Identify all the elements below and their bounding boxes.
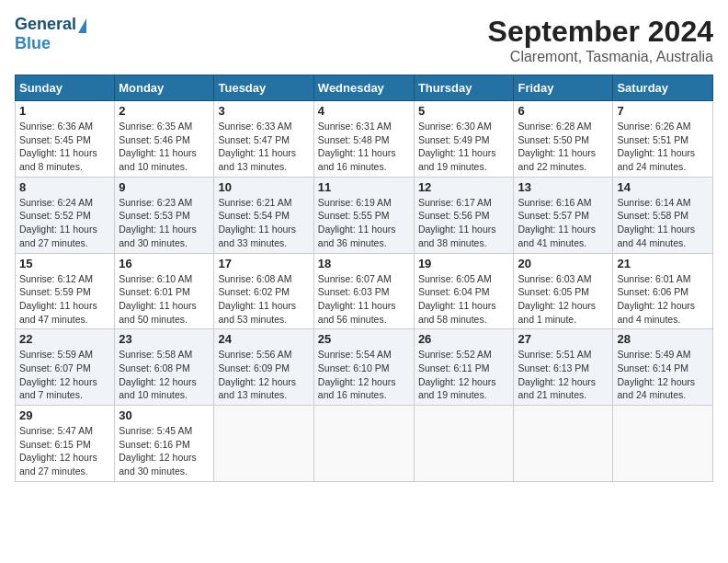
day-number: 21: [617, 257, 709, 270]
day-info: Sunrise: 6:16 AM Sunset: 5:57 PM Dayligh…: [518, 196, 609, 250]
calendar-cell: 19Sunrise: 6:05 AM Sunset: 6:04 PM Dayli…: [414, 253, 514, 329]
calendar-cell: 1Sunrise: 6:36 AM Sunset: 5:45 PM Daylig…: [16, 101, 115, 178]
day-number: 2: [119, 104, 210, 118]
day-info: Sunrise: 6:24 AM Sunset: 5:52 PM Dayligh…: [19, 196, 110, 250]
day-number: 15: [19, 257, 110, 270]
calendar-cell: 11Sunrise: 6:19 AM Sunset: 5:55 PM Dayli…: [313, 177, 414, 253]
calendar-week-2: 8Sunrise: 6:24 AM Sunset: 5:52 PM Daylig…: [16, 177, 713, 253]
day-number: 10: [218, 180, 309, 194]
calendar-cell: 23Sunrise: 5:58 AM Sunset: 6:08 PM Dayli…: [115, 329, 214, 406]
day-info: Sunrise: 5:51 AM Sunset: 6:13 PM Dayligh…: [518, 348, 609, 402]
day-info: Sunrise: 5:56 AM Sunset: 6:09 PM Dayligh…: [218, 348, 309, 402]
calendar-cell: 15Sunrise: 6:12 AM Sunset: 5:59 PM Dayli…: [16, 253, 115, 329]
day-number: 19: [418, 257, 510, 270]
calendar-cell: 18Sunrise: 6:07 AM Sunset: 6:03 PM Dayli…: [313, 253, 414, 329]
day-number: 28: [617, 332, 709, 346]
day-number: 18: [318, 257, 410, 270]
day-number: 13: [518, 180, 609, 194]
calendar-cell: 26Sunrise: 5:52 AM Sunset: 6:11 PM Dayli…: [414, 329, 514, 406]
day-number: 11: [318, 180, 410, 194]
calendar-cell: 7Sunrise: 6:26 AM Sunset: 5:51 PM Daylig…: [613, 101, 713, 178]
day-info: Sunrise: 6:26 AM Sunset: 5:51 PM Dayligh…: [617, 120, 709, 174]
calendar-cell: 2Sunrise: 6:35 AM Sunset: 5:46 PM Daylig…: [115, 101, 214, 178]
day-info: Sunrise: 6:33 AM Sunset: 5:47 PM Dayligh…: [218, 120, 309, 174]
weekday-header-monday: Monday: [115, 75, 214, 101]
weekday-header-wednesday: Wednesday: [313, 75, 414, 101]
calendar-body: 1Sunrise: 6:36 AM Sunset: 5:45 PM Daylig…: [16, 101, 713, 482]
day-info: Sunrise: 5:54 AM Sunset: 6:10 PM Dayligh…: [318, 348, 410, 402]
day-number: 6: [518, 104, 609, 118]
logo-triangle-icon: [78, 18, 86, 33]
calendar-cell: 16Sunrise: 6:10 AM Sunset: 6:01 PM Dayli…: [115, 253, 214, 329]
weekday-header-friday: Friday: [514, 75, 613, 101]
day-number: 3: [218, 104, 309, 118]
day-info: Sunrise: 6:07 AM Sunset: 6:03 PM Dayligh…: [318, 272, 410, 327]
calendar-cell: [514, 406, 613, 482]
calendar-cell: 22Sunrise: 5:59 AM Sunset: 6:07 PM Dayli…: [16, 329, 115, 406]
logo: General Blue: [15, 15, 86, 53]
day-number: 4: [318, 104, 410, 118]
day-number: 5: [418, 104, 510, 118]
calendar-cell: 25Sunrise: 5:54 AM Sunset: 6:10 PM Dayli…: [313, 329, 414, 406]
day-info: Sunrise: 6:23 AM Sunset: 5:53 PM Dayligh…: [119, 196, 210, 250]
calendar-cell: 24Sunrise: 5:56 AM Sunset: 6:09 PM Dayli…: [214, 329, 313, 406]
day-info: Sunrise: 6:05 AM Sunset: 6:04 PM Dayligh…: [418, 272, 510, 327]
day-info: Sunrise: 6:19 AM Sunset: 5:55 PM Dayligh…: [318, 196, 410, 250]
day-number: 7: [617, 104, 709, 118]
day-info: Sunrise: 6:28 AM Sunset: 5:50 PM Dayligh…: [518, 120, 609, 174]
weekday-header-saturday: Saturday: [613, 75, 713, 101]
day-number: 23: [119, 332, 210, 346]
calendar-cell: 3Sunrise: 6:33 AM Sunset: 5:47 PM Daylig…: [214, 101, 313, 178]
day-info: Sunrise: 6:21 AM Sunset: 5:54 PM Dayligh…: [218, 196, 309, 250]
calendar-week-1: 1Sunrise: 6:36 AM Sunset: 5:45 PM Daylig…: [16, 101, 713, 178]
calendar-cell: [613, 406, 713, 482]
day-number: 14: [617, 180, 709, 194]
day-info: Sunrise: 5:58 AM Sunset: 6:08 PM Dayligh…: [119, 348, 210, 402]
day-info: Sunrise: 6:36 AM Sunset: 5:45 PM Dayligh…: [19, 120, 110, 174]
day-number: 9: [119, 180, 210, 194]
day-number: 1: [19, 104, 110, 118]
day-info: Sunrise: 5:47 AM Sunset: 6:15 PM Dayligh…: [19, 424, 110, 478]
calendar-cell: 17Sunrise: 6:08 AM Sunset: 6:02 PM Dayli…: [214, 253, 313, 329]
calendar-cell: [214, 406, 313, 482]
day-info: Sunrise: 6:12 AM Sunset: 5:59 PM Dayligh…: [19, 272, 110, 327]
day-number: 24: [218, 332, 309, 346]
day-info: Sunrise: 6:35 AM Sunset: 5:46 PM Dayligh…: [119, 120, 210, 174]
day-info: Sunrise: 6:31 AM Sunset: 5:48 PM Dayligh…: [318, 120, 410, 174]
day-info: Sunrise: 5:49 AM Sunset: 6:14 PM Dayligh…: [617, 348, 709, 402]
calendar-table: SundayMondayTuesdayWednesdayThursdayFrid…: [15, 75, 713, 482]
day-number: 29: [19, 408, 110, 422]
page-title: September 2024: [488, 15, 713, 49]
day-number: 12: [418, 180, 510, 194]
calendar-cell: [313, 406, 414, 482]
calendar-cell: 8Sunrise: 6:24 AM Sunset: 5:52 PM Daylig…: [16, 177, 115, 253]
day-info: Sunrise: 6:30 AM Sunset: 5:49 PM Dayligh…: [418, 120, 510, 174]
calendar-cell: 14Sunrise: 6:14 AM Sunset: 5:58 PM Dayli…: [613, 177, 713, 253]
logo-general: General: [15, 15, 76, 34]
calendar-cell: 29Sunrise: 5:47 AM Sunset: 6:15 PM Dayli…: [16, 406, 115, 482]
day-number: 16: [119, 257, 210, 270]
day-info: Sunrise: 6:01 AM Sunset: 6:06 PM Dayligh…: [617, 272, 709, 327]
day-number: 30: [119, 408, 210, 422]
day-info: Sunrise: 6:17 AM Sunset: 5:56 PM Dayligh…: [418, 196, 510, 250]
calendar-cell: 21Sunrise: 6:01 AM Sunset: 6:06 PM Dayli…: [613, 253, 713, 329]
day-info: Sunrise: 5:52 AM Sunset: 6:11 PM Dayligh…: [418, 348, 510, 402]
calendar-cell: 4Sunrise: 6:31 AM Sunset: 5:48 PM Daylig…: [313, 101, 414, 178]
calendar-cell: 10Sunrise: 6:21 AM Sunset: 5:54 PM Dayli…: [214, 177, 313, 253]
day-info: Sunrise: 6:03 AM Sunset: 6:05 PM Dayligh…: [518, 272, 609, 327]
day-number: 20: [518, 257, 609, 270]
calendar-week-3: 15Sunrise: 6:12 AM Sunset: 5:59 PM Dayli…: [16, 253, 713, 329]
calendar-header-row: SundayMondayTuesdayWednesdayThursdayFrid…: [16, 75, 713, 101]
calendar-cell: 27Sunrise: 5:51 AM Sunset: 6:13 PM Dayli…: [514, 329, 613, 406]
calendar-cell: 5Sunrise: 6:30 AM Sunset: 5:49 PM Daylig…: [414, 101, 514, 178]
day-info: Sunrise: 5:45 AM Sunset: 6:16 PM Dayligh…: [119, 424, 210, 478]
calendar-cell: [414, 406, 514, 482]
day-info: Sunrise: 6:14 AM Sunset: 5:58 PM Dayligh…: [617, 196, 709, 250]
calendar-cell: 9Sunrise: 6:23 AM Sunset: 5:53 PM Daylig…: [115, 177, 214, 253]
calendar-week-4: 22Sunrise: 5:59 AM Sunset: 6:07 PM Dayli…: [16, 329, 713, 406]
day-info: Sunrise: 6:10 AM Sunset: 6:01 PM Dayligh…: [119, 272, 210, 327]
calendar-cell: 20Sunrise: 6:03 AM Sunset: 6:05 PM Dayli…: [514, 253, 613, 329]
day-number: 26: [418, 332, 510, 346]
calendar-cell: 12Sunrise: 6:17 AM Sunset: 5:56 PM Dayli…: [414, 177, 514, 253]
weekday-header-thursday: Thursday: [414, 75, 514, 101]
